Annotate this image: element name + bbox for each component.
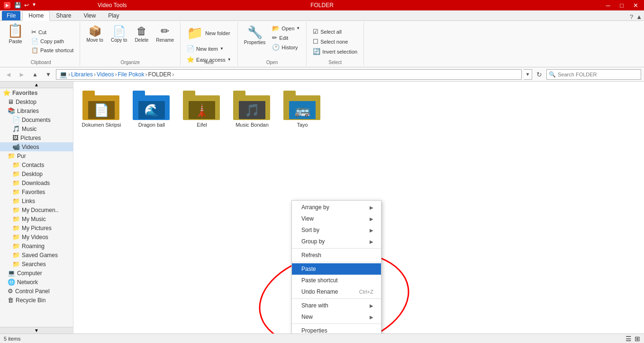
sidebar-item-my-music[interactable]: 📁My Music	[0, 214, 73, 223]
move-to-button[interactable]: 📦 Move to	[84, 24, 106, 44]
new-item-icon: 📄	[187, 45, 194, 52]
new-item-button[interactable]: 📄 New item ▼	[184, 44, 226, 53]
sidebar-item-contacts[interactable]: 📁Contacts	[0, 160, 73, 169]
properties-button[interactable]: 🔧 Properties	[242, 24, 268, 46]
copy-path-button[interactable]: 📄 Copy path	[29, 37, 76, 46]
menu-item-label: View	[301, 215, 314, 222]
quick-access-undo[interactable]: ↩	[23, 2, 30, 9]
open-button[interactable]: 📂 Open ▼	[270, 24, 302, 33]
sidebar-item-computer[interactable]: 💻Computer	[0, 269, 73, 278]
sidebar-item-music[interactable]: 🎵Music	[0, 124, 73, 133]
menu-item-label: Undo Rename	[301, 288, 338, 295]
folder-item-tayo[interactable]: 🚌 Tayo	[281, 86, 324, 130]
sidebar-item-my-documen[interactable]: 📁My Documen..	[0, 205, 73, 214]
context-menu-item-group-by[interactable]: Group by▶	[292, 236, 381, 247]
sidebar-item-videos[interactable]: 📹Videos	[0, 142, 73, 151]
context-menu-item-undo-rename[interactable]: Undo RenameCtrl+Z	[292, 286, 381, 297]
sidebar-item-control-panel[interactable]: ⚙Control Panel	[0, 287, 73, 296]
select-none-button[interactable]: ☐ Select none	[310, 37, 360, 46]
sidebar-item-my-pictures[interactable]: 📁My Pictures	[0, 223, 73, 232]
folder-item-dokumen-skripsi[interactable]: 📄 Dokumen Skripsi	[80, 86, 123, 130]
folder-item-music-bondan[interactable]: 🎵 Music Bondan	[231, 86, 273, 130]
new-folder-icon: 📁	[187, 25, 203, 41]
edit-button[interactable]: ✏ Edit	[270, 33, 302, 42]
context-menu-item-share-with[interactable]: Share with▶	[292, 300, 381, 311]
sidebar-item-roaming[interactable]: 📁Roaming	[0, 241, 73, 250]
tab-view[interactable]: View	[77, 10, 102, 20]
sidebar-item-documents[interactable]: 📄Documents	[0, 115, 73, 124]
folder-name: Eifel	[181, 122, 223, 128]
sidebar-item-libraries[interactable]: 📚Libraries	[0, 106, 73, 115]
address-videos[interactable]: Videos	[97, 71, 114, 78]
sidebar-item-recycle-bin[interactable]: 🗑Recycle Bin	[0, 296, 73, 305]
address-filepokok[interactable]: File Pokok	[118, 71, 145, 78]
search-input[interactable]	[558, 72, 639, 77]
forward-button[interactable]: ►	[16, 69, 27, 80]
sidebar-label: Downloads	[22, 180, 50, 186]
context-menu-item-new[interactable]: New▶	[292, 311, 381, 323]
paste-button[interactable]: 📋 Paste	[4, 23, 27, 46]
up-button[interactable]: ▲	[29, 69, 41, 80]
new-group-label: New	[181, 60, 237, 65]
context-menu-item-paste[interactable]: Paste	[292, 263, 381, 275]
history-button[interactable]: 🕐 History	[270, 43, 302, 52]
quick-access-dropdown[interactable]: ▼	[31, 2, 37, 9]
expand-ribbon-icon[interactable]: ▲	[636, 13, 642, 20]
sidebar-item-network[interactable]: 🌐Network	[0, 278, 73, 287]
sidebar-icon: ⚙	[8, 287, 13, 295]
sidebar-item-desktop[interactable]: 📁Desktop	[0, 169, 73, 178]
sidebar-item-downloads[interactable]: 📁Downloads	[0, 178, 73, 187]
sidebar-item-searches[interactable]: 📁Searches	[0, 260, 73, 269]
tab-file[interactable]: File	[2, 11, 20, 20]
context-menu-item-paste-shortcut[interactable]: Paste shortcut	[292, 275, 381, 286]
sidebar-icon: 📁	[12, 197, 20, 204]
new-folder-button[interactable]: 📁 New folder	[184, 24, 233, 42]
minimize-button[interactable]: ─	[601, 1, 615, 9]
tab-home[interactable]: Home	[22, 10, 50, 21]
sidebar-item-saved-games[interactable]: 📁Saved Games	[0, 250, 73, 260]
list-view-button[interactable]: ☰	[626, 335, 632, 343]
close-button[interactable]: ✕	[629, 1, 642, 9]
menu-item-label: Group by	[301, 238, 325, 245]
quick-access-save[interactable]: 💾	[13, 2, 22, 9]
context-menu-item-view[interactable]: View▶	[292, 213, 381, 224]
paste-shortcut-button[interactable]: 📋 Paste shortcut	[29, 46, 76, 55]
address-dropdown-end[interactable]: ▼	[524, 69, 532, 80]
sidebar-item-my-videos[interactable]: 📁My Videos	[0, 232, 73, 241]
copy-to-button[interactable]: 📄 Copy to	[109, 24, 129, 44]
select-all-icon: ☑	[313, 28, 318, 35]
sidebar-icon: 📹	[12, 143, 20, 150]
context-menu-item-properties[interactable]: Properties	[292, 325, 381, 334]
sidebar-icon: 📁	[12, 251, 20, 259]
refresh-button[interactable]: ↻	[534, 69, 544, 80]
tab-play[interactable]: Play	[102, 10, 125, 20]
address-folder: FOLDER	[148, 71, 172, 78]
sidebar-item-favorites[interactable]: ⭐Favorites	[0, 88, 73, 97]
invert-selection-button[interactable]: 🔄 Invert selection	[310, 47, 360, 56]
sidebar-scroll-up[interactable]: ▲	[0, 82, 73, 88]
delete-button[interactable]: 🗑 Delete	[132, 24, 151, 44]
sidebar-item-favorites[interactable]: 📁Favorites	[0, 187, 73, 196]
sidebar-icon: 📁	[12, 215, 20, 222]
context-menu-item-refresh[interactable]: Refresh	[292, 250, 381, 261]
rename-button[interactable]: ✏ Rename	[154, 24, 176, 44]
folder-item-eifel[interactable]: 🗼 Eifel	[181, 86, 223, 130]
sidebar-scroll-down[interactable]: ▼	[0, 327, 73, 334]
sidebar-item-pur[interactable]: 📁Pur	[0, 151, 73, 160]
address-libraries[interactable]: Libraries	[71, 71, 93, 78]
context-menu-item-arrange-by[interactable]: Arrange by▶	[292, 202, 381, 213]
maximize-button[interactable]: □	[615, 1, 628, 9]
cut-button[interactable]: ✂ Cut	[29, 28, 76, 37]
context-menu-item-sort-by[interactable]: Sort by▶	[292, 224, 381, 236]
sidebar-item-desktop[interactable]: 🖥Desktop	[0, 97, 73, 106]
tab-share[interactable]: Share	[50, 10, 77, 20]
grid-view-button[interactable]: ⊞	[635, 335, 640, 343]
back-button[interactable]: ◄	[3, 69, 14, 80]
address-dropdown-button[interactable]: ▼	[43, 69, 54, 80]
folder-item-dragon-ball[interactable]: 🌊 Dragon ball	[130, 86, 173, 130]
select-all-button[interactable]: ☑ Select all	[310, 27, 360, 36]
help-icon[interactable]: ?	[630, 13, 633, 20]
sidebar-label: Roaming	[22, 243, 45, 250]
sidebar-item-links[interactable]: 📁Links	[0, 196, 73, 205]
sidebar-item-pictures[interactable]: 🖼Pictures	[0, 133, 73, 142]
